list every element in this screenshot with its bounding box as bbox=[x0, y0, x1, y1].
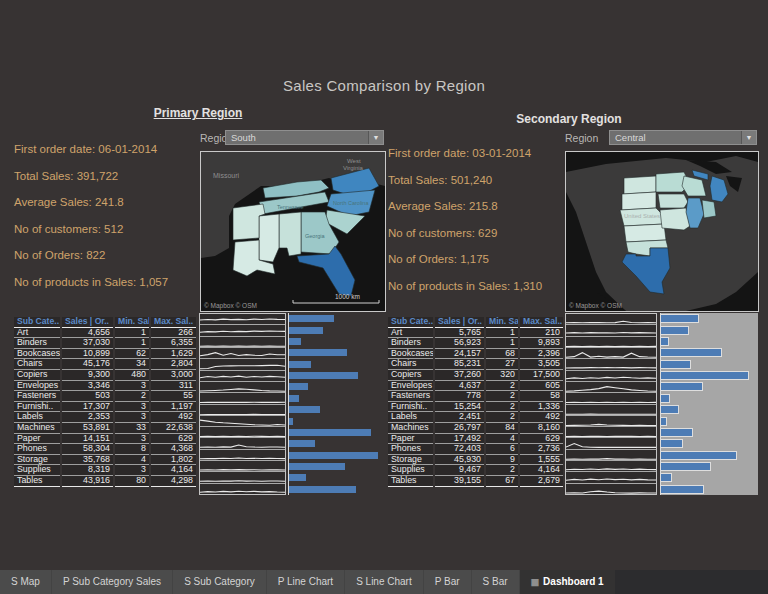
sales-bar[interactable] bbox=[289, 372, 358, 379]
sales-bar[interactable] bbox=[289, 452, 378, 459]
sales-bar[interactable] bbox=[661, 418, 666, 425]
table-row[interactable]: Storage35,76841,802 bbox=[14, 454, 196, 465]
chevron-down-icon[interactable]: ▼ bbox=[741, 131, 756, 144]
column-header[interactable]: Max. Sal.. bbox=[150, 317, 196, 327]
table-row[interactable]: Machines53,8913322,638 bbox=[14, 422, 196, 433]
secondary-region-dropdown[interactable]: Central ▼ bbox=[609, 130, 757, 145]
sheet-tab-p-line-chart[interactable]: P Line Chart bbox=[267, 570, 345, 594]
column-header[interactable]: Sub Cate.. bbox=[14, 317, 61, 327]
sparkline-row[interactable] bbox=[566, 393, 656, 404]
column-header[interactable]: Max. Sal.. bbox=[519, 317, 563, 327]
table-row[interactable]: Phones58,30484,368 bbox=[14, 444, 196, 455]
sparkline-row[interactable] bbox=[566, 427, 656, 438]
sales-bar[interactable] bbox=[661, 429, 692, 436]
table-row[interactable]: Fasteners778258 bbox=[388, 391, 563, 402]
sparkline-row[interactable] bbox=[200, 484, 285, 494]
sales-bar[interactable] bbox=[289, 463, 345, 470]
sparkline-row[interactable] bbox=[566, 416, 656, 427]
column-header[interactable]: Sales | Or.. bbox=[434, 317, 485, 327]
sparkline-row[interactable] bbox=[566, 472, 656, 483]
sales-bar[interactable] bbox=[289, 429, 371, 436]
sparkline-row[interactable] bbox=[566, 371, 656, 382]
sparkline-row[interactable] bbox=[566, 314, 656, 325]
sheet-tab-s-sub-category[interactable]: S Sub Category bbox=[173, 570, 267, 594]
sheet-tab-p-sub-category-sales[interactable]: P Sub Category Sales bbox=[52, 570, 173, 594]
sales-bar[interactable] bbox=[661, 315, 698, 322]
sheet-tab-dashboard-1[interactable]: ▦Dashboard 1 bbox=[520, 570, 615, 594]
secondary-choropleth-map[interactable]: United States © Mapbox © OSM bbox=[565, 151, 759, 312]
sales-bar[interactable] bbox=[661, 474, 671, 481]
table-row[interactable]: Fasteners503255 bbox=[14, 391, 196, 402]
sales-bar[interactable] bbox=[661, 349, 721, 356]
sparkline-row[interactable] bbox=[566, 405, 656, 416]
sparkline-row[interactable] bbox=[200, 348, 285, 359]
sales-bar[interactable] bbox=[661, 440, 682, 447]
sparkline-row[interactable] bbox=[200, 371, 285, 382]
table-row[interactable]: Envelopes4,6372605 bbox=[388, 380, 563, 391]
table-row[interactable]: Envelopes3,3463311 bbox=[14, 380, 196, 391]
table-row[interactable]: Labels2,3533492 bbox=[14, 412, 196, 423]
sparkline-row[interactable] bbox=[200, 325, 285, 336]
sparkline-row[interactable] bbox=[200, 427, 285, 438]
sales-bar[interactable] bbox=[661, 372, 748, 379]
sparkline-row[interactable] bbox=[566, 325, 656, 336]
table-row[interactable]: Machines26,797848,160 bbox=[388, 422, 563, 433]
sparkline-row[interactable] bbox=[200, 416, 285, 427]
table-row[interactable]: Tables39,155672,679 bbox=[388, 475, 563, 486]
sales-bar[interactable] bbox=[289, 474, 306, 481]
table-row[interactable]: Phones72,40362,736 bbox=[388, 444, 563, 455]
table-row[interactable]: Art5,7651210 bbox=[388, 327, 563, 338]
table-row[interactable]: Binders56,92319,893 bbox=[388, 338, 563, 349]
sparkline-row[interactable] bbox=[200, 382, 285, 393]
column-header[interactable]: Sales | Or.. bbox=[61, 317, 114, 327]
table-row[interactable]: Chairs85,231273,505 bbox=[388, 359, 563, 370]
sheet-tab-s-map[interactable]: S Map bbox=[0, 570, 52, 594]
table-row[interactable]: Supplies9,46724,164 bbox=[388, 465, 563, 476]
sales-bar[interactable] bbox=[289, 418, 293, 425]
table-row[interactable]: Bookcases24,157682,396 bbox=[388, 348, 563, 359]
table-row[interactable]: Binders37,03016,355 bbox=[14, 338, 196, 349]
sheet-tab-p-bar[interactable]: P Bar bbox=[424, 570, 472, 594]
sales-bar[interactable] bbox=[661, 327, 688, 334]
table-row[interactable]: Art4,6561266 bbox=[14, 327, 196, 338]
sparkline-row[interactable] bbox=[566, 461, 656, 472]
table-row[interactable]: Paper14,1513629 bbox=[14, 433, 196, 444]
sales-bar[interactable] bbox=[661, 361, 690, 368]
sales-bar[interactable] bbox=[661, 463, 710, 470]
sales-bar[interactable] bbox=[289, 327, 323, 334]
sparkline-row[interactable] bbox=[566, 450, 656, 461]
sheet-tab-s-bar[interactable]: S Bar bbox=[472, 570, 520, 594]
sparkline-row[interactable] bbox=[200, 393, 285, 404]
column-header[interactable]: Min. Sal.. bbox=[485, 317, 519, 327]
primary-choropleth-map[interactable]: Missouri West Virginia Tennessee North C… bbox=[200, 151, 386, 312]
sparkline-row[interactable] bbox=[566, 438, 656, 449]
sparkline-row[interactable] bbox=[566, 348, 656, 359]
sparkline-row[interactable] bbox=[200, 461, 285, 472]
sparkline-row[interactable] bbox=[200, 359, 285, 370]
sparkline-row[interactable] bbox=[200, 337, 285, 348]
sales-bar[interactable] bbox=[289, 406, 320, 413]
sparkline-row[interactable] bbox=[200, 314, 285, 325]
sales-bar[interactable] bbox=[289, 383, 308, 390]
sales-bar[interactable] bbox=[289, 440, 315, 447]
sparkline-row[interactable] bbox=[566, 359, 656, 370]
sales-bar[interactable] bbox=[289, 338, 301, 345]
sales-bar[interactable] bbox=[661, 486, 703, 493]
sparkline-row[interactable] bbox=[566, 337, 656, 348]
sparkline-row[interactable] bbox=[200, 405, 285, 416]
table-row[interactable]: Copiers9,3004803,000 bbox=[14, 369, 196, 380]
sales-bar[interactable] bbox=[289, 486, 356, 493]
sales-bar[interactable] bbox=[289, 361, 311, 368]
sparkline-row[interactable] bbox=[200, 438, 285, 449]
primary-region-dropdown[interactable]: South ▼ bbox=[225, 130, 384, 145]
sparkline-row[interactable] bbox=[200, 472, 285, 483]
chevron-down-icon[interactable]: ▼ bbox=[368, 131, 383, 144]
table-row[interactable]: Copiers37,26032017,500 bbox=[388, 369, 563, 380]
sales-bar[interactable] bbox=[661, 452, 736, 459]
sales-bar[interactable] bbox=[661, 338, 668, 345]
table-row[interactable]: Furnishi..17,30731,197 bbox=[14, 401, 196, 412]
table-row[interactable]: Furnishi..15,25421,336 bbox=[388, 401, 563, 412]
table-row[interactable]: Supplies8,31934,164 bbox=[14, 465, 196, 476]
sparkline-row[interactable] bbox=[566, 382, 656, 393]
sparkline-row[interactable] bbox=[200, 450, 285, 461]
